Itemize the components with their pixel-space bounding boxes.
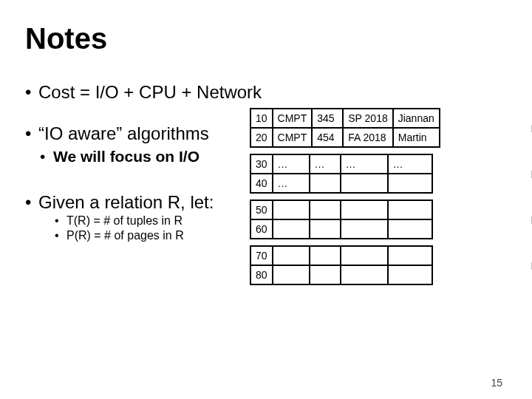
page-block-4: 70 80 Page 4 xyxy=(250,245,523,285)
cell xyxy=(341,246,388,265)
cell: … xyxy=(388,154,432,174)
page-block-1: 10 CMPT 345 SP 2018 Jiannan 20 CMPT 454 … xyxy=(250,108,523,148)
table-row: 60 xyxy=(250,219,432,239)
cell: … xyxy=(273,174,310,193)
table-row: 80 xyxy=(250,265,432,284)
cell: 40 xyxy=(250,174,273,193)
cell xyxy=(273,265,310,284)
page-table-1: 10 CMPT 345 SP 2018 Jiannan 20 CMPT 454 … xyxy=(250,108,440,148)
cell xyxy=(310,246,341,265)
cell xyxy=(310,219,341,239)
cell xyxy=(341,265,388,284)
page-title: Notes xyxy=(25,22,507,55)
page-block-2: 30 … … … … 40 … Page 2 xyxy=(250,154,523,194)
cell xyxy=(341,219,388,239)
cell: FA 2018 xyxy=(343,128,392,147)
page-table-4: 70 80 xyxy=(250,245,433,285)
cell xyxy=(273,219,310,239)
cell xyxy=(388,219,432,239)
cell: 454 xyxy=(312,128,343,147)
cell: 60 xyxy=(250,219,273,239)
table-row: 30 … … … … xyxy=(250,154,432,174)
table-row: 20 CMPT 454 FA 2018 Martin xyxy=(250,128,440,147)
cell: CMPT xyxy=(273,128,313,147)
cell xyxy=(310,265,341,284)
cell: 70 xyxy=(250,246,273,265)
bullet-cost: Cost = I/O + CPU + Network xyxy=(25,82,507,103)
cell xyxy=(341,174,388,193)
cell: Jiannan xyxy=(393,109,440,128)
cell xyxy=(273,200,310,219)
table-row: 10 CMPT 345 SP 2018 Jiannan xyxy=(250,109,440,128)
table-row: 40 … xyxy=(250,174,432,193)
cell: … xyxy=(273,154,310,174)
cell: 50 xyxy=(250,200,273,219)
cell xyxy=(388,174,432,193)
table-row: 50 xyxy=(250,200,432,219)
cell: 80 xyxy=(250,265,273,284)
cell: 345 xyxy=(312,109,343,128)
cell xyxy=(388,265,432,284)
cell xyxy=(273,246,310,265)
cell xyxy=(310,174,341,193)
cell xyxy=(341,200,388,219)
cell: 20 xyxy=(250,128,273,147)
cell: … xyxy=(310,154,341,174)
cell: CMPT xyxy=(273,109,313,128)
pages-diagram: 10 CMPT 345 SP 2018 Jiannan 20 CMPT 454 … xyxy=(250,108,523,291)
cell: … xyxy=(341,154,388,174)
cell xyxy=(388,200,432,219)
cell: 30 xyxy=(250,154,273,174)
page-table-2: 30 … … … … 40 … xyxy=(250,154,433,194)
cell: Martin xyxy=(393,128,440,147)
cell xyxy=(310,200,341,219)
slide: Notes Cost = I/O + CPU + Network “IO awa… xyxy=(0,0,532,399)
table-row: 70 xyxy=(250,246,432,265)
cell xyxy=(388,246,432,265)
page-block-3: 50 60 Page 3 xyxy=(250,200,523,239)
cell: SP 2018 xyxy=(343,109,392,128)
cell: 10 xyxy=(250,109,273,128)
slide-number: 15 xyxy=(491,377,502,389)
page-table-3: 50 60 xyxy=(250,200,433,239)
